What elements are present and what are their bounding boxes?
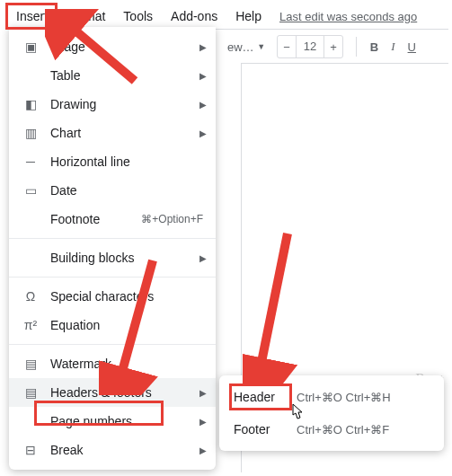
break-icon: ⊟ [22,443,40,457]
menu-item-label: Break [50,443,203,457]
last-edit-link[interactable]: Last edit was seconds ago [279,10,417,23]
chevron-right-icon: ▶ [199,71,207,81]
menu-item-page-numbers[interactable]: Page numbers ▶ [9,407,216,436]
font-size-control[interactable]: − 12 + [277,35,343,58]
image-icon: ▣ [22,40,40,54]
submenu-label: Header [234,390,297,404]
font-size-value[interactable]: 12 [296,36,324,57]
menu-item-label: Footnote [50,212,141,226]
omega-icon: Ω [22,289,40,304]
decrease-font-button[interactable]: − [278,40,296,54]
menu-item-label: Page numbers [50,414,203,428]
chevron-down-icon: ▼ [257,42,265,51]
menu-item-chart[interactable]: ▥ Chart ▶ [9,119,216,147]
toolbar-fragment[interactable]: ew… ▼ [222,37,270,57]
increase-font-button[interactable]: + [324,40,342,54]
menu-tools[interactable]: Tools [116,5,160,27]
chevron-right-icon: ▶ [199,128,207,138]
menu-insert[interactable]: Insert [9,5,55,27]
menu-divider [9,238,216,239]
menu-item-equation[interactable]: π² Equation [9,311,216,339]
menu-item-label: Headers & footers [50,385,203,400]
chevron-right-icon: ▶ [199,388,207,398]
chevron-right-icon: ▶ [199,417,207,427]
insert-dropdown: ▣ Image ▶ Table ▶ ◧ Drawing ▶ ▥ Chart ▶ … [9,27,216,470]
bold-button[interactable]: B [365,37,384,57]
submenu-item-footer[interactable]: Footer Ctrl+⌘O Ctrl+⌘F [219,413,444,445]
hr-icon: ─ [22,154,40,169]
date-icon: ▭ [22,183,40,198]
menu-item-label: Chart [50,126,203,140]
menu-item-label: Date [50,183,203,198]
headers-icon: ▤ [22,385,40,400]
menu-item-date[interactable]: ▭ Date [9,176,216,205]
menu-item-headers-footers[interactable]: ▤ Headers & footers ▶ [9,378,216,407]
chart-icon: ▥ [22,126,40,140]
menu-divider [9,277,216,278]
chevron-right-icon: ▶ [199,445,207,455]
menu-item-watermark[interactable]: ▤ Watermark [9,349,216,378]
toolbar: ew… ▼ − 12 + B I U [216,29,448,64]
watermark-icon: ▤ [22,357,40,371]
menu-item-break[interactable]: ⊟ Break ▶ [9,436,216,464]
menu-item-image[interactable]: ▣ Image ▶ [9,32,216,61]
menu-item-building-blocks[interactable]: Building blocks ▶ [9,243,216,272]
menu-item-label: Building blocks [50,251,203,265]
menu-addons[interactable]: Add-ons [164,5,225,27]
menu-item-label: Equation [50,318,203,332]
menu-help[interactable]: Help [228,5,269,27]
submenu-shortcut: Ctrl+⌘O Ctrl+⌘H [297,391,391,404]
submenu-item-header[interactable]: Header Ctrl+⌘O Ctrl+⌘H [219,381,444,413]
menu-item-label: Table [50,68,203,83]
pi-icon: π² [22,318,40,332]
submenu-shortcut: Ctrl+⌘O Ctrl+⌘F [297,423,389,436]
chevron-right-icon: ▶ [199,253,207,263]
separator [356,37,357,57]
menu-item-label: Horizontal line [50,154,203,169]
menu-item-label: Drawing [50,97,203,111]
underline-button[interactable]: U [403,37,421,57]
menu-divider [9,344,216,345]
menu-item-horizontal-line[interactable]: ─ Horizontal line [9,147,216,176]
menu-item-special-characters[interactable]: Ω Special characters [9,282,216,311]
italic-button[interactable]: I [386,36,400,57]
submenu-label: Footer [234,422,297,436]
menu-item-footnote[interactable]: Footnote ⌘+Option+F [9,205,216,234]
menu-shortcut: ⌘+Option+F [141,213,203,225]
menu-item-table[interactable]: Table ▶ [9,61,216,90]
chevron-right-icon: ▶ [199,42,207,52]
menu-item-label: Watermark [50,357,203,371]
menu-item-label: Image [50,40,203,54]
drawing-icon: ◧ [22,97,40,111]
headers-footers-submenu: Header Ctrl+⌘O Ctrl+⌘H Footer Ctrl+⌘O Ct… [219,375,444,451]
menu-item-drawing[interactable]: ◧ Drawing ▶ [9,90,216,119]
chevron-right-icon: ▶ [199,100,207,110]
menu-item-label: Special characters [50,289,203,304]
menubar: Insert Format Tools Add-ons Help Last ed… [0,0,452,31]
menu-format[interactable]: Format [58,5,112,27]
